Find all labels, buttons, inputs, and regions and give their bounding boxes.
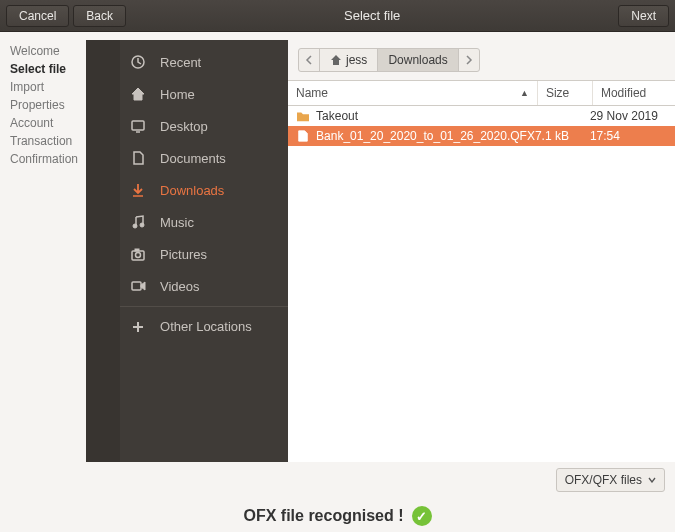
desktop-icon xyxy=(130,118,146,134)
path-home-label: jess xyxy=(346,53,367,67)
place-label: Documents xyxy=(160,151,226,166)
place-label: Pictures xyxy=(160,247,207,262)
col-size[interactable]: Size xyxy=(538,81,593,105)
camera-icon xyxy=(130,246,146,262)
path-home[interactable]: jess xyxy=(320,49,378,71)
wizard-steps: WelcomeSelect fileImportPropertiesAccoun… xyxy=(0,32,86,462)
svg-rect-7 xyxy=(132,282,141,290)
place-label: Recent xyxy=(160,55,201,70)
file-filter-dropdown[interactable]: OFX/QFX files xyxy=(556,468,665,492)
next-button[interactable]: Next xyxy=(618,5,669,27)
step-select-file: Select file xyxy=(10,60,78,78)
svg-point-3 xyxy=(140,223,144,227)
path-current[interactable]: Downloads xyxy=(378,49,458,71)
svg-rect-1 xyxy=(132,121,144,130)
path-current-label: Downloads xyxy=(388,53,447,67)
svg-point-5 xyxy=(136,253,141,258)
video-icon xyxy=(130,278,146,294)
step-confirmation: Confirmation xyxy=(10,150,78,168)
place-recent[interactable]: Recent xyxy=(120,46,288,78)
place-downloads[interactable]: Downloads xyxy=(120,174,288,206)
folder-row[interactable]: Takeout29 Nov 2019 xyxy=(288,106,675,126)
file-icon xyxy=(296,130,310,142)
step-account: Account xyxy=(10,114,78,132)
sort-asc-icon: ▲ xyxy=(520,88,529,98)
doc-icon xyxy=(130,150,146,166)
title-bar: Cancel Back Select file Next xyxy=(0,0,675,32)
footer: OFX/QFX files OFX file recognised ! ✓ xyxy=(0,462,675,532)
chevron-right-icon xyxy=(465,55,473,65)
places-gutter xyxy=(86,40,120,462)
col-modified[interactable]: Modified xyxy=(593,81,675,105)
place-music[interactable]: Music xyxy=(120,206,288,238)
path-next-button[interactable] xyxy=(459,49,479,71)
step-transaction: Transaction xyxy=(10,132,78,150)
place-pictures[interactable]: Pictures xyxy=(120,238,288,270)
file-row[interactable]: Bank_01_20_2020_to_01_26_2020.QFX7.1 kB1… xyxy=(288,126,675,146)
file-main: jess Downloads Name ▲ Size Modified xyxy=(288,40,675,462)
place-documents[interactable]: Documents xyxy=(120,142,288,174)
home-icon xyxy=(330,54,342,66)
check-icon: ✓ xyxy=(412,506,432,526)
path-prev-button[interactable] xyxy=(299,49,320,71)
step-welcome: Welcome xyxy=(10,42,78,60)
folder-icon xyxy=(296,110,310,122)
place-label: Videos xyxy=(160,279,200,294)
place-other-locations[interactable]: Other Locations xyxy=(120,306,288,342)
file-filter-label: OFX/QFX files xyxy=(565,473,642,487)
file-name: Takeout xyxy=(316,109,358,123)
col-name[interactable]: Name ▲ xyxy=(288,81,538,105)
place-home[interactable]: Home xyxy=(120,78,288,110)
cancel-button[interactable]: Cancel xyxy=(6,5,69,27)
step-properties: Properties xyxy=(10,96,78,114)
step-import: Import xyxy=(10,78,78,96)
svg-rect-6 xyxy=(135,249,139,251)
plus-icon xyxy=(130,319,146,335)
file-modified: 29 Nov 2019 xyxy=(590,109,675,123)
place-label: Downloads xyxy=(160,183,224,198)
chevron-left-icon xyxy=(305,55,313,65)
place-label: Home xyxy=(160,87,195,102)
path-bar: jess Downloads xyxy=(288,40,675,80)
clock-icon xyxy=(130,54,146,70)
window-title: Select file xyxy=(130,8,614,23)
file-chooser: RecentHomeDesktopDocumentsDownloadsMusic… xyxy=(86,40,675,462)
file-name: Bank_01_20_2020_to_01_26_2020.QFX xyxy=(316,129,535,143)
column-headers: Name ▲ Size Modified xyxy=(288,80,675,106)
place-desktop[interactable]: Desktop xyxy=(120,110,288,142)
music-icon xyxy=(130,214,146,230)
file-size: 7.1 kB xyxy=(535,129,590,143)
body: WelcomeSelect fileImportPropertiesAccoun… xyxy=(0,32,675,462)
back-button[interactable]: Back xyxy=(73,5,126,27)
place-label: Desktop xyxy=(160,119,208,134)
down-icon xyxy=(130,182,146,198)
file-list[interactable]: Takeout29 Nov 2019Bank_01_20_2020_to_01_… xyxy=(288,106,675,462)
file-modified: 17:54 xyxy=(590,129,675,143)
places-sidebar: RecentHomeDesktopDocumentsDownloadsMusic… xyxy=(120,40,288,462)
chevron-down-icon xyxy=(648,477,656,483)
place-label: Music xyxy=(160,215,194,230)
place-label: Other Locations xyxy=(160,319,252,334)
status-message: OFX file recognised ! ✓ xyxy=(243,506,431,526)
home-icon xyxy=(130,86,146,102)
place-videos[interactable]: Videos xyxy=(120,270,288,302)
